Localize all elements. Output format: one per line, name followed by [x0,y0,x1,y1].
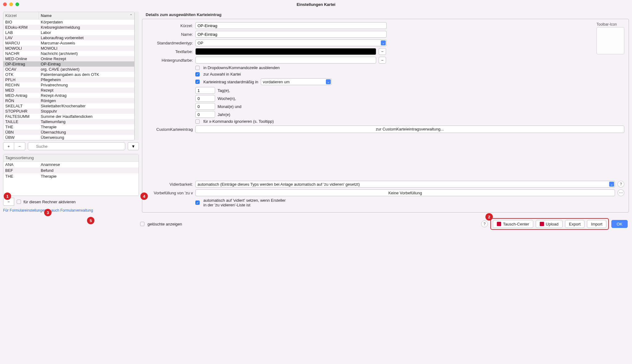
auto-vidiert-checkbox[interactable]: ✓ [195,201,200,205]
table-row[interactable]: LABLabor [3,30,134,35]
days-input[interactable] [195,87,215,94]
activate-checkbox-row[interactable]: für diesen Rechner aktivieren [17,200,76,204]
cell-kurzel: MED-Online [5,56,41,61]
textcolor-well[interactable] [195,48,376,55]
hide-dropdown-checkbox[interactable] [195,66,200,70]
upload-button[interactable]: Upload [536,220,563,228]
table-row[interactable]: RECHNPrivatrechnung [3,82,134,88]
cell-kurzel: ANA [5,162,41,167]
filter-dropdown-button[interactable]: ▼ [128,142,139,150]
remove-button[interactable]: − [14,142,25,150]
scrollbar[interactable] [135,12,139,140]
cell-name: Marcumar-Ausweis [41,41,132,45]
tausch-center-button[interactable]: Tausch-Center [493,220,533,228]
table-row[interactable]: OCAVorg. CAVE (archiviert) [3,67,134,72]
sort-table-body[interactable]: ANAAnamneseBEFBefundTHETherapie [3,162,139,196]
cell-name: Laborauftrag vorbereitet [41,35,132,40]
window-minimize[interactable] [9,2,13,6]
tausch-icon [497,222,501,226]
cell-kurzel: STOPPUHR [5,109,41,114]
vorbefullung-more-button[interactable]: ⋯ [617,189,624,196]
show-deleted-row[interactable]: gelöschte anzeigen [140,222,182,226]
vidierbarkeit-select[interactable]: automatisch (Einträge dieses Typs werden… [195,181,615,188]
auto-vidiert-label-1: automatisch auf 'vidiert' setzen, wenn E… [203,198,286,203]
vidierbarkeit-help-button[interactable]: ? [617,181,624,188]
cell-kurzel: PFLH [5,77,41,82]
cell-kurzel: MED [5,88,41,93]
cell-name: Patientenangaben aus dem OTK [41,72,132,77]
xignore-checkbox[interactable] [195,119,200,124]
cell-kurzel: RÖN [5,98,41,103]
table-row[interactable]: TAILLETaillenumfang [3,119,134,124]
table-row[interactable]: STOPPUHRStoppuhr [3,109,134,114]
table-row[interactable]: EDoku-KRMKrebsregistermeldung [3,25,134,30]
table-row[interactable]: BIOKörperdaten [3,19,134,25]
sort-row[interactable]: THETherapie [3,173,139,179]
table-row[interactable]: RÖNRöntgen [3,98,134,103]
table-row[interactable]: MARCUMarcumar-Ausweis [3,40,134,46]
cell-kurzel: MOWOLI [5,46,41,51]
table-row[interactable]: NACHRNachricht (archiviert) [3,51,134,56]
table-row[interactable]: ÜBWÜberweisung [3,135,134,140]
show-deleted-checkbox[interactable] [140,222,144,226]
window-zoom[interactable] [15,2,19,6]
cell-name: org. CAVE (archiviert) [41,67,132,72]
custom-label: CustomKarteieintrag [147,127,193,132]
bgcolor-well[interactable] [195,57,376,64]
toolbar-icon-well[interactable] [597,27,624,54]
cell-kurzel: MARCU [5,41,41,45]
table-row[interactable]: MED-AntragRezept-Antrag [3,93,134,98]
import-button[interactable]: Import [587,220,606,228]
cell-kurzel: OTK [5,72,41,77]
sort-header: Tagessortierung [3,154,139,162]
sort-row[interactable]: BEFBefund [3,168,139,173]
table-row[interactable]: SKELALTSkelettalter/Knochenalter [3,103,134,109]
cell-name: Taillenumfang [41,119,132,124]
mediatype-select[interactable]: OP ⌄ [195,39,387,46]
standard-label: Karteieintrag standardmäßig in [203,80,258,84]
details-header: Details zum ausgewählten Karteieintrag [142,12,629,19]
months-input[interactable] [195,103,215,110]
table-row[interactable]: FALTESUMMSumme der Hautfaltendicken [3,114,134,119]
cell-kurzel: ÜBN [5,130,41,134]
column-header-kurzel[interactable]: Kürzel [3,12,39,19]
standard-checkbox[interactable]: ✓ [195,80,200,84]
form-settings-link[interactable]: Für Formulareinstellungen s. auch Formul… [3,208,139,213]
weeks-input[interactable] [195,95,215,102]
custom-management-button[interactable]: zur CustomKarteieintragsverwaltung... [195,126,624,133]
auto-vidiert-label-2: in der 'zu vidieren'-Liste ist [203,203,286,207]
days-label: Tag(e), [218,88,230,93]
add-button[interactable]: + [3,142,14,150]
table-row[interactable]: LAVLaborauftrag vorbereitet [3,35,134,40]
cell-kurzel: BEF [5,168,41,173]
column-header-name[interactable]: Name⌃ [39,12,134,19]
auswahl-checkbox[interactable]: ✓ [195,72,200,77]
ok-button[interactable]: OK [611,220,628,228]
footer-help-button[interactable]: ? [481,221,488,227]
years-label: Jahr(e) [218,112,230,117]
cell-name: OP-Eintrag [41,62,132,66]
years-input[interactable] [195,111,215,118]
textcolor-reset-button[interactable]: − [379,48,386,55]
table-row[interactable]: ÜBNÜbernachtung [3,130,134,135]
table-row[interactable]: THETherapie [3,124,134,130]
table-row[interactable]: OTKPatientenangaben aus dem OTK [3,72,134,77]
search-input[interactable] [28,142,125,150]
name-input[interactable] [195,31,387,38]
table-row[interactable]: PFLHPflegeheim [3,77,134,82]
table-row[interactable]: OP-EintragOP-Eintrag [3,61,134,67]
show-deleted-label: gelöschte anzeigen [148,222,182,226]
vorbefullung-select[interactable]: Keine Vorbefüllung [195,189,615,196]
bgcolor-reset-button[interactable]: − [379,57,386,64]
table-row[interactable]: MOWOLIMOWOLI [3,46,134,51]
activate-checkbox[interactable] [17,200,21,204]
kurzel-input[interactable] [195,22,387,29]
cell-kurzel: EDoku-KRM [5,25,41,30]
vordatieren-select[interactable]: vordatieren um ⌄ [261,78,332,85]
table-row[interactable]: MEDRezept [3,88,134,93]
window-close[interactable] [3,2,7,6]
table-row[interactable]: MED-OnlineOnline Rezept [3,56,134,61]
export-button[interactable]: Export [565,220,585,228]
entries-table-body[interactable]: BIOKörperdatenEDoku-KRMKrebsregistermeld… [3,19,134,140]
sort-row[interactable]: ANAAnamnese [3,162,139,168]
